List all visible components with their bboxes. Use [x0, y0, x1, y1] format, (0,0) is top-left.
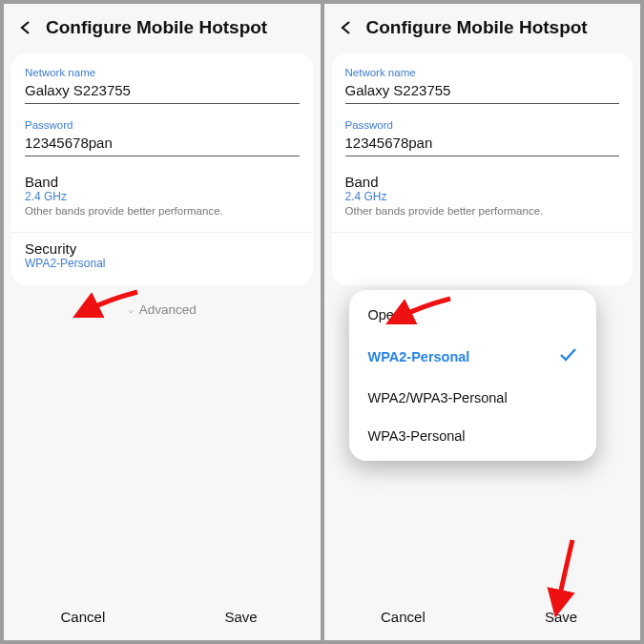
field-value: Galaxy S223755 — [25, 80, 300, 104]
back-button[interactable] — [15, 17, 36, 38]
page-title: Configure Mobile Hotspot — [46, 17, 267, 38]
header: Configure Mobile Hotspot — [4, 4, 321, 50]
row-value: WPA2-Personal — [25, 257, 300, 270]
field-label: Network name — [345, 67, 620, 78]
band-row[interactable]: Band 2.4 GHz Other bands provide better … — [345, 172, 620, 226]
menu-item-label: WPA3-Personal — [368, 428, 466, 444]
field-value: 12345678pan — [345, 133, 620, 156]
check-icon — [558, 345, 577, 367]
screen-security-dropdown: Configure Mobile Hotspot Network name Ga… — [324, 4, 641, 640]
page-title: Configure Mobile Hotspot — [366, 17, 588, 38]
row-title: Security — [25, 240, 300, 257]
menu-item-label: Open — [368, 307, 402, 322]
advanced-label: Advanced — [139, 302, 197, 317]
password-field[interactable]: Password 12345678pan — [25, 119, 300, 156]
chevron-down-icon: ⌵ — [128, 304, 134, 315]
field-value: Galaxy S223755 — [345, 80, 620, 104]
row-title: Band — [25, 174, 300, 190]
menu-item-wpa3[interactable]: WPA3-Personal — [349, 417, 597, 455]
divider — [11, 232, 313, 233]
field-label: Password — [25, 119, 300, 131]
back-button[interactable] — [336, 17, 357, 38]
chevron-left-icon — [339, 20, 354, 35]
screen-security-setting: Configure Mobile Hotspot Network name Ga… — [4, 4, 321, 640]
band-row[interactable]: Band 2.4 GHz Other bands provide better … — [25, 172, 300, 226]
network-name-field[interactable]: Network name Galaxy S223755 — [345, 67, 620, 104]
settings-card: Network name Galaxy S223755 Password 123… — [332, 53, 634, 285]
menu-item-wpa2[interactable]: WPA2-Personal — [349, 334, 597, 379]
footer: Cancel Save — [4, 593, 321, 640]
field-label: Password — [345, 119, 620, 131]
row-value: 2.4 GHz — [345, 190, 620, 203]
row-value: 2.4 GHz — [25, 190, 300, 203]
header: Configure Mobile Hotspot — [324, 4, 641, 50]
row-hint: Other bands provide better performance. — [345, 205, 620, 217]
field-label: Network name — [25, 67, 300, 78]
row-title: Band — [345, 174, 620, 190]
cancel-button[interactable]: Cancel — [324, 609, 483, 625]
network-name-field[interactable]: Network name Galaxy S223755 — [25, 67, 300, 104]
divider — [332, 232, 634, 233]
row-hint: Other bands provide better performance. — [25, 205, 300, 217]
security-dropdown: Open WPA2-Personal WPA2/WPA3-Personal WP… — [349, 290, 597, 461]
menu-item-label: WPA2/WPA3-Personal — [368, 390, 508, 405]
advanced-toggle[interactable]: ⌵ Advanced — [4, 285, 321, 334]
save-button[interactable]: Save — [482, 609, 640, 625]
security-row[interactable]: Security WPA2-Personal — [25, 239, 300, 280]
cancel-button[interactable]: Cancel — [4, 609, 162, 625]
menu-item-open[interactable]: Open — [349, 296, 597, 334]
menu-item-label: WPA2-Personal — [368, 349, 470, 364]
field-value: 12345678pan — [25, 133, 300, 156]
settings-card: Network name Galaxy S223755 Password 123… — [11, 53, 313, 285]
save-button[interactable]: Save — [162, 609, 321, 625]
chevron-left-icon — [18, 20, 33, 35]
footer: Cancel Save — [324, 593, 641, 640]
menu-item-wpa2wpa3[interactable]: WPA2/WPA3-Personal — [349, 379, 597, 417]
password-field[interactable]: Password 12345678pan — [345, 119, 620, 156]
